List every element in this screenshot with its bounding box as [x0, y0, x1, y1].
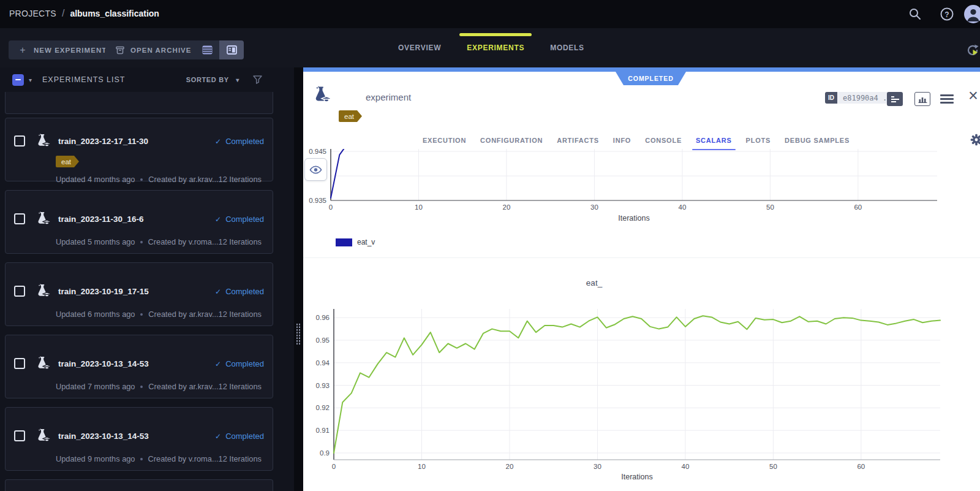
- breadcrumb-projects-link[interactable]: PROJECTS: [9, 9, 56, 18]
- detail-tab-execution[interactable]: EXECUTION: [423, 137, 466, 144]
- created-by-text: Created by v.roma...: [148, 454, 219, 463]
- chart-legend[interactable]: eat_v: [336, 238, 375, 246]
- sorted-by-dropdown[interactable]: SORTED BY ▾: [186, 76, 239, 83]
- svg-text:0.91: 0.91: [316, 427, 330, 434]
- experiment-details-button[interactable]: [887, 92, 903, 106]
- metrics-chart-button[interactable]: [914, 92, 930, 106]
- experiment-checkbox[interactable]: [14, 213, 25, 224]
- updated-text: Updated 4 months ago: [56, 175, 135, 184]
- experiment-card[interactable]: train_2023-10-19_17-15 ✓Completed Update…: [5, 262, 273, 326]
- experiment-card[interactable]: train_2023-10-13_14-53 ✓Completed Update…: [5, 407, 273, 471]
- experiment-checkbox[interactable]: [14, 358, 25, 369]
- experiment-name: train_2023-10-13_14-53: [58, 432, 149, 441]
- svg-text:0.94: 0.94: [316, 359, 330, 367]
- experiment-name: train_2023-10-19_17-15: [58, 287, 149, 296]
- eye-visibility-button[interactable]: [304, 158, 327, 181]
- created-by-text: Created by ar.krav...: [148, 310, 218, 319]
- detail-tab-console[interactable]: CONSOLE: [645, 137, 682, 144]
- status-completed: ✓Completed: [215, 215, 264, 224]
- svg-text:20: 20: [503, 204, 511, 211]
- settings-gear-icon[interactable]: [970, 134, 980, 146]
- experiment-name: train_2023-10-13_14-53: [58, 359, 149, 368]
- svg-text:10: 10: [415, 204, 423, 211]
- experiment-checkbox[interactable]: [14, 135, 25, 147]
- experiment-card-row: train_2023-10-13_14-53 ✓Completed: [14, 428, 264, 443]
- experiment-name: train_2023-11-30_16-6: [58, 215, 144, 224]
- iterations-text: 12 Iterations: [219, 237, 264, 246]
- experiment-type-icon: [35, 134, 51, 148]
- search-icon[interactable]: [907, 6, 923, 22]
- svg-text:50: 50: [769, 463, 777, 470]
- select-all-checkbox[interactable]: [12, 74, 24, 86]
- experiment-checkbox[interactable]: [14, 286, 25, 297]
- svg-text:60: 60: [854, 204, 862, 211]
- experiment-card-row: train_2023-10-13_14-53 ✓Completed: [14, 356, 264, 371]
- plus-icon: +: [18, 45, 28, 55]
- tag-eat[interactable]: eat: [339, 110, 362, 122]
- details-view-toggle[interactable]: [219, 40, 244, 59]
- breadcrumb-current-project: albums_classification: [70, 9, 159, 18]
- user-avatar[interactable]: [964, 5, 980, 23]
- experiment-card-row: train_2023-11-30_16-6 ✓Completed: [14, 211, 264, 226]
- filter-funnel-icon[interactable]: [253, 75, 262, 84]
- status-ribbon: COMPLETED: [616, 72, 686, 85]
- breadcrumb-separator: /: [62, 8, 64, 19]
- updated-text: Updated 5 months ago: [56, 237, 135, 246]
- help-icon[interactable]: ?: [939, 6, 955, 22]
- status-completed: ✓Completed: [215, 287, 264, 296]
- check-icon: ✓: [215, 432, 221, 441]
- detail-tab-configuration[interactable]: CONFIGURATION: [480, 137, 543, 144]
- scalar-chart-cropped[interactable]: 01020304050600.9350.940.945Iterations: [303, 149, 980, 241]
- archive-icon: [115, 45, 124, 55]
- dot-separator: [140, 241, 142, 243]
- section-divider: [303, 257, 980, 258]
- svg-text:Iterations: Iterations: [621, 473, 652, 481]
- experiment-meta: Updated 5 months ago Created by v.roma..…: [56, 237, 264, 246]
- experiment-meta: Updated 6 months ago Created by ar.krav.…: [56, 310, 264, 319]
- detail-tab-debug-samples[interactable]: DEBUG SAMPLES: [785, 137, 850, 144]
- splitter-drag-handle[interactable]: [296, 323, 301, 345]
- experiment-type-icon: [35, 428, 51, 443]
- detail-tab-info[interactable]: INFO: [613, 137, 631, 144]
- check-icon: ✓: [215, 360, 221, 368]
- svg-text:20: 20: [506, 463, 514, 470]
- dot-separator: [140, 458, 142, 460]
- new-experiment-button[interactable]: + NEW EXPERIMENT: [9, 40, 116, 59]
- experiment-card[interactable]: train_2023-10-13_14-53 ✓Completed Update…: [5, 335, 273, 398]
- legend-swatch: [336, 238, 352, 246]
- check-icon: ✓: [215, 215, 221, 224]
- open-archive-button[interactable]: OPEN ARCHIVE: [105, 40, 202, 59]
- experiment-checkbox[interactable]: [14, 430, 25, 441]
- new-experiment-label: NEW EXPERIMENT: [34, 47, 107, 54]
- status-completed: ✓Completed: [215, 359, 264, 368]
- detail-tab-scalars[interactable]: SCALARS: [696, 137, 732, 144]
- experiment-title[interactable]: experiment: [366, 92, 411, 102]
- svg-text:?: ?: [944, 10, 949, 19]
- updated-text: Updated 6 months ago: [56, 310, 135, 319]
- project-tab-overview[interactable]: OVERVIEW: [398, 44, 441, 52]
- detail-tab-artifacts[interactable]: ARTIFACTS: [557, 137, 599, 144]
- close-icon[interactable]: ×: [968, 88, 978, 104]
- experiment-card-partial[interactable]: [5, 479, 273, 491]
- status-completed: ✓Completed: [215, 137, 264, 146]
- project-tab-models[interactable]: MODELS: [550, 44, 584, 52]
- experiment-card-partial[interactable]: [5, 92, 273, 114]
- project-tabs: OVERVIEWEXPERIMENTSMODELS: [398, 28, 584, 67]
- scalar-chart-eat[interactable]: 01020304050600.90.910.920.930.940.950.96…: [303, 300, 980, 484]
- top-header-bar: PROJECTS / albums_classification ?: [0, 0, 980, 28]
- svg-text:0.93: 0.93: [316, 382, 330, 389]
- updated-text: Updated 7 months ago: [56, 382, 135, 391]
- iterations-text: 12 Iterations: [219, 382, 264, 391]
- auto-refresh-icon[interactable]: [965, 43, 980, 58]
- tag-eat[interactable]: eat: [56, 156, 79, 167]
- experiment-meta: Updated 7 months ago Created by ar.krav.…: [56, 382, 264, 391]
- project-tab-experiments[interactable]: EXPERIMENTS: [467, 44, 524, 52]
- iterations-text: 12 Iterations: [219, 175, 264, 184]
- experiment-type-icon: [35, 284, 51, 299]
- table-view-toggle[interactable]: [195, 40, 219, 59]
- menu-icon[interactable]: [940, 94, 954, 106]
- experiment-card[interactable]: train_2023-11-30_16-6 ✓Completed Updated…: [5, 190, 273, 254]
- detail-tab-plots[interactable]: PLOTS: [746, 137, 771, 144]
- select-dropdown-caret-icon[interactable]: ▾: [29, 77, 32, 83]
- experiment-card[interactable]: train_2023-12-17_11-30 ✓Completed eat Up…: [5, 118, 273, 181]
